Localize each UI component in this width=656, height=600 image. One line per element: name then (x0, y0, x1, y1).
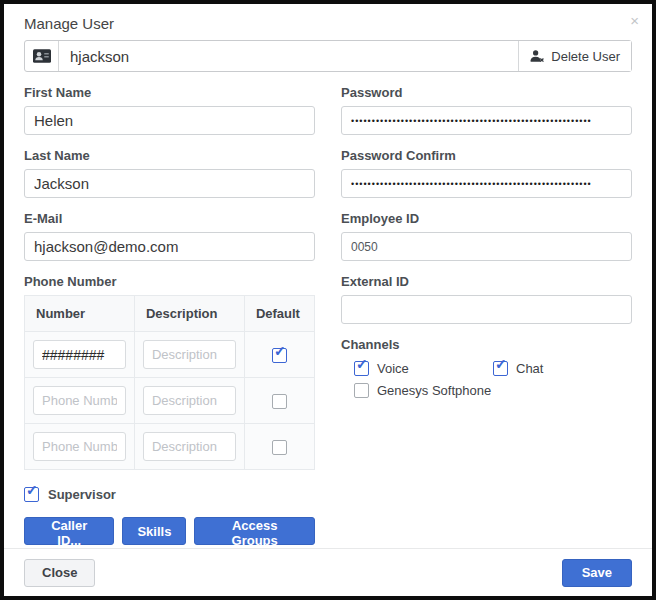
last-name-input[interactable] (24, 169, 315, 198)
skills-button[interactable]: Skills (122, 517, 186, 545)
password-confirm-input[interactable] (341, 169, 632, 198)
email-input[interactable] (24, 232, 315, 261)
genesys-softphone-checkbox[interactable] (354, 383, 369, 398)
external-id-input[interactable] (341, 295, 632, 324)
password-input[interactable] (341, 106, 632, 135)
dialog-footer: Close Save (4, 548, 652, 596)
phone-default-checkbox-2[interactable] (272, 394, 287, 409)
genesys-softphone-label: Genesys Softphone (377, 383, 491, 398)
last-name-label: Last Name (24, 148, 315, 163)
phone-col-header-number: Number (25, 296, 135, 332)
channels-label: Channels (341, 337, 632, 352)
close-button[interactable]: Close (24, 559, 95, 587)
channel-chat: Chat (493, 361, 632, 376)
voice-label: Voice (377, 361, 409, 376)
delete-user-button[interactable]: Delete User (518, 41, 631, 71)
phone-default-checkbox-1[interactable] (272, 348, 287, 363)
close-icon[interactable]: × (630, 13, 639, 28)
delete-user-label: Delete User (551, 49, 620, 64)
phone-number-input-3[interactable] (33, 432, 126, 461)
supervisor-label: Supervisor (48, 487, 116, 502)
phone-number-input-2[interactable] (33, 386, 126, 415)
phone-col-header-default: Default (244, 296, 314, 332)
phone-description-input-1[interactable] (143, 340, 236, 369)
channels-group: Voice Chat Genesys Softphone (341, 361, 632, 398)
chat-label: Chat (516, 361, 543, 376)
left-column: First Name Last Name E-Mail Phone Number… (24, 72, 315, 545)
delete-user-icon (530, 49, 545, 63)
caller-id-button[interactable]: Caller ID... (24, 517, 114, 545)
phone-description-input-2[interactable] (143, 386, 236, 415)
employee-id-label: Employee ID (341, 211, 632, 226)
first-name-input[interactable] (24, 106, 315, 135)
phone-number-label: Phone Number (24, 274, 315, 289)
channel-voice: Voice (354, 361, 493, 376)
password-confirm-label: Password Confirm (341, 148, 632, 163)
phone-col-header-description: Description (134, 296, 244, 332)
dialog-header: Manage User × (4, 4, 652, 32)
channel-genesys-softphone: Genesys Softphone (354, 383, 493, 398)
right-column: Password Password Confirm Employee ID Ex… (341, 72, 632, 545)
external-id-label: External ID (341, 274, 632, 289)
voice-checkbox[interactable] (354, 361, 369, 376)
supervisor-checkbox[interactable] (24, 487, 39, 502)
phone-number-input-1[interactable] (33, 340, 126, 369)
access-groups-button[interactable]: Access Groups (194, 517, 315, 545)
phone-description-input-3[interactable] (143, 432, 236, 461)
phone-row-2 (25, 378, 315, 424)
save-button[interactable]: Save (562, 559, 632, 587)
action-buttons: Caller ID... Skills Access Groups (24, 517, 315, 545)
phone-number-table: Number Description Default (24, 295, 315, 470)
first-name-label: First Name (24, 85, 315, 100)
phone-default-checkbox-3[interactable] (272, 440, 287, 455)
contact-card-icon (25, 41, 59, 71)
dialog-title: Manage User (24, 15, 632, 32)
username-input[interactable] (59, 41, 518, 71)
form-columns: First Name Last Name E-Mail Phone Number… (4, 72, 652, 545)
username-group: Delete User (24, 40, 632, 72)
supervisor-row: Supervisor (24, 487, 315, 502)
employee-id-input[interactable] (341, 232, 632, 261)
email-label: E-Mail (24, 211, 315, 226)
manage-user-dialog: { "dialog": { "title": "Manage User", "c… (0, 0, 656, 600)
phone-row-3 (25, 424, 315, 470)
phone-row-1 (25, 332, 315, 378)
chat-checkbox[interactable] (493, 361, 508, 376)
manage-user-dialog-body: Manage User × Delete User (4, 4, 652, 596)
password-label: Password (341, 85, 632, 100)
